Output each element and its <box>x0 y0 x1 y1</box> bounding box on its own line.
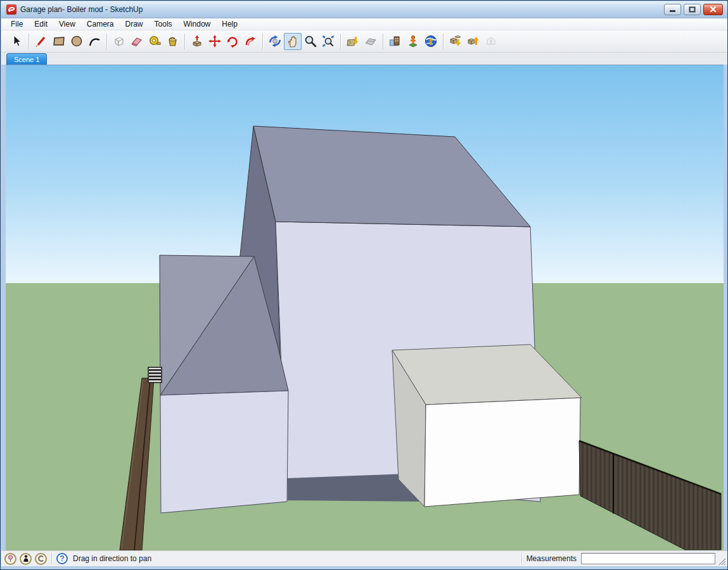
fence-end-cap <box>148 367 162 383</box>
share-model-icon <box>466 34 480 48</box>
toolbar-separator <box>443 34 444 49</box>
zoom-extents-tool-button[interactable] <box>319 33 337 50</box>
orbit-icon <box>268 34 282 48</box>
place-model-tool-button[interactable] <box>404 33 422 50</box>
paint-bucket-tool-button[interactable] <box>163 33 181 50</box>
pan-hand-icon <box>286 34 300 48</box>
sketchup-logo-icon <box>6 4 16 15</box>
toolbar-separator <box>106 34 107 49</box>
zoom-icon <box>303 34 317 48</box>
toolbar-separator <box>262 34 263 49</box>
place-model-figure-icon <box>406 34 420 48</box>
credits-status-icon[interactable] <box>20 553 32 565</box>
model-viewport[interactable] <box>6 65 724 550</box>
measurements-input[interactable] <box>581 553 715 564</box>
toggle-terrain-tool-button[interactable] <box>362 33 380 50</box>
rectangle-icon <box>52 34 66 48</box>
toolbar-separator <box>29 34 29 49</box>
pan-tool-button[interactable] <box>284 33 302 50</box>
toolbar <box>1 30 728 53</box>
move-icon <box>208 34 222 48</box>
statusbar-separator <box>521 553 522 564</box>
minimize-button[interactable] <box>664 4 681 15</box>
title-bar[interactable]: Garage plan- Boiler mod - SketchUp <box>1 1 728 18</box>
get-models-icon <box>449 34 463 48</box>
push-pull-icon <box>190 34 204 48</box>
make-component-tool-button[interactable] <box>110 33 128 50</box>
orbit-tool-button[interactable] <box>266 33 284 50</box>
photo-textures-icon <box>388 34 402 48</box>
make-component-icon <box>112 34 126 48</box>
paint-bucket-icon <box>165 34 179 48</box>
close-button[interactable] <box>703 4 723 15</box>
circle-tool-button[interactable] <box>68 33 86 50</box>
boiler-box-front[interactable] <box>425 398 580 507</box>
menu-view[interactable]: View <box>53 19 81 29</box>
select-tool-button[interactable] <box>8 33 25 50</box>
move-tool-button[interactable] <box>206 33 224 50</box>
help-icon[interactable]: ? <box>56 553 68 564</box>
toolbar-separator <box>340 34 341 49</box>
zoom-tool-button[interactable] <box>302 33 319 50</box>
preview-in-google-earth-tool-button[interactable] <box>422 33 440 50</box>
share-component-icon <box>484 34 498 48</box>
resize-grip[interactable] <box>718 554 727 566</box>
share-model-tool-button[interactable] <box>464 33 482 50</box>
select-icon <box>10 34 23 48</box>
zoom-extents-icon <box>321 34 335 48</box>
rotate-icon <box>226 34 239 48</box>
status-bar: ? Drag in direction to pan Measurements <box>1 550 728 566</box>
eraser-tool-button[interactable] <box>128 33 146 50</box>
get-models-tool-button[interactable] <box>447 33 464 50</box>
geolocation-status-icon[interactable] <box>4 553 16 565</box>
help-glyph: ? <box>60 554 64 563</box>
statusbar-separator <box>51 553 52 564</box>
scene-tab-label: Scene 1 <box>14 56 39 63</box>
window-title: Garage plan- Boiler mod - SketchUp <box>20 5 143 14</box>
tape-measure-icon <box>148 34 162 48</box>
share-component-tool-button[interactable] <box>482 33 500 50</box>
status-hint: Drag in direction to pan <box>73 554 151 563</box>
menu-bar: File Edit View Camera Draw Tools Window … <box>1 18 728 30</box>
rotate-tool-button[interactable] <box>224 33 241 50</box>
measurements-label: Measurements <box>527 554 577 563</box>
sketchup-window: Garage plan- Boiler mod - SketchUp File … <box>0 0 728 570</box>
pencil-icon <box>34 34 48 48</box>
maximize-button[interactable] <box>684 4 701 15</box>
rectangle-tool-button[interactable] <box>50 33 68 50</box>
add-location-tool-button[interactable] <box>344 33 362 50</box>
scene-tab-bar: Scene 1 <box>1 53 728 65</box>
extension-front-wall[interactable] <box>160 391 288 513</box>
photo-textures-tool-button[interactable] <box>386 33 404 50</box>
tape-measure-tool-button[interactable] <box>146 33 163 50</box>
arc-tool-button[interactable] <box>86 33 103 50</box>
menu-edit[interactable]: Edit <box>29 19 53 29</box>
circle-icon <box>70 34 84 48</box>
scene-tab[interactable]: Scene 1 <box>6 53 47 65</box>
toggle-terrain-icon <box>364 34 378 48</box>
offset-tool-button[interactable] <box>241 33 259 50</box>
toolbar-separator <box>383 34 383 49</box>
menu-file[interactable]: File <box>5 19 29 29</box>
menu-help[interactable]: Help <box>216 19 243 29</box>
google-earth-icon <box>424 34 438 48</box>
menu-camera[interactable]: Camera <box>81 19 120 29</box>
offset-icon <box>243 34 257 48</box>
push-pull-tool-button[interactable] <box>188 33 206 50</box>
line-tool-button[interactable] <box>32 33 50 50</box>
add-location-icon <box>346 34 360 48</box>
copyright-status-icon[interactable] <box>35 553 47 565</box>
menu-draw[interactable]: Draw <box>120 19 149 29</box>
menu-window[interactable]: Window <box>178 19 217 29</box>
eraser-icon <box>130 34 144 48</box>
arc-icon <box>87 34 101 48</box>
menu-tools[interactable]: Tools <box>149 19 178 29</box>
toolbar-separator <box>184 34 185 49</box>
model-scene <box>6 65 724 550</box>
